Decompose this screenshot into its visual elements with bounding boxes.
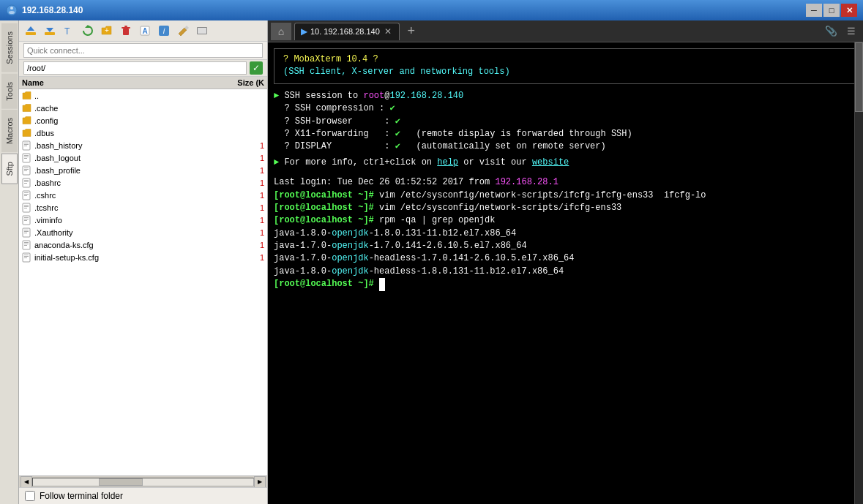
help-link[interactable]: help (437, 157, 458, 168)
svg-rect-26 (24, 158, 27, 159)
list-item[interactable]: .cshrc 1 (19, 189, 267, 201)
scrollbar-thumb[interactable] (99, 478, 143, 486)
info-box: ? MobaXterm 10.4 ? (SSH client, X-server… (274, 48, 857, 84)
scroll-right-arrow[interactable]: ▶ (254, 476, 266, 488)
terminal-tab-active[interactable]: ▶ 10. 192.168.28.140 ✕ (294, 23, 400, 40)
list-item[interactable]: .bashrc 1 (19, 176, 267, 189)
terminal-output: Last login: Tue Dec 26 01:52:52 2017 fro… (274, 176, 857, 291)
svg-rect-12 (124, 26, 127, 27)
toolbar-btn-delete[interactable] (117, 23, 135, 39)
list-item[interactable]: .viminfo 1 (19, 214, 267, 226)
toolbar-btn-refresh[interactable] (79, 23, 97, 39)
terminal-tabbar: ⌂ ▶ 10. 192.168.28.140 ✕ + 📎 ☰ (268, 20, 863, 42)
file-size: 1 (228, 191, 264, 200)
svg-rect-18 (198, 28, 206, 34)
file-type-icon (22, 140, 32, 151)
file-name: initial-setup-ks.cfg (34, 253, 228, 262)
main-container: Sessions Tools Macros Sftp T + (0, 20, 863, 504)
file-type-icon (22, 190, 32, 200)
toolbar-btn-download[interactable] (41, 23, 59, 39)
svg-marker-4 (27, 26, 34, 31)
terminal-scroll-thumb[interactable] (855, 42, 863, 112)
sidebar-tab-tools[interactable]: Tools (1, 74, 18, 109)
list-item[interactable]: .. (19, 89, 267, 102)
toolbar-btn-text[interactable]: A (136, 23, 154, 39)
svg-rect-57 (24, 256, 29, 257)
list-item[interactable]: .cache (19, 102, 267, 114)
toolbar-btn-info[interactable]: i (155, 23, 173, 39)
scroll-left-arrow[interactable]: ◀ (20, 476, 32, 488)
file-name: .cache (34, 104, 228, 113)
sidebar-tab-sessions[interactable]: Sessions (1, 23, 18, 72)
svg-rect-11 (122, 27, 130, 29)
file-type-icon (22, 103, 32, 113)
maximize-button[interactable]: □ (823, 4, 840, 17)
tab-close-button[interactable]: ✕ (383, 26, 393, 37)
session-line1: ► SSH session to root@192.168.28.140 (274, 90, 857, 102)
file-name: .bash_logout (34, 154, 228, 162)
file-list-header: Name Size (K (19, 77, 267, 89)
quick-connect-input[interactable] (23, 43, 263, 58)
tab-terminal-icon: ▶ (301, 26, 307, 37)
list-item[interactable]: .tcshrc 1 (19, 201, 267, 214)
svg-text:T: T (64, 26, 70, 37)
attach-icon-button[interactable]: 📎 (822, 23, 840, 40)
toolbar-btn-upload[interactable] (22, 23, 40, 39)
svg-rect-42 (24, 208, 27, 208)
file-name: anaconda-ks.cfg (34, 241, 228, 249)
toolbar-btn-edit[interactable] (174, 23, 192, 39)
list-item[interactable]: anaconda-ks.cfg 1 (19, 238, 267, 251)
list-item[interactable]: .bash_history 1 (19, 139, 267, 151)
list-item[interactable]: .dbus (19, 127, 267, 139)
info-line2: (SSH client, X-server and networking too… (283, 66, 848, 78)
toolbar-btn-view[interactable] (193, 23, 211, 39)
file-type-icon (22, 178, 32, 188)
file-size: 1 (228, 203, 264, 212)
sidebar-tab-sftp[interactable]: Sftp (1, 154, 18, 184)
svg-rect-41 (24, 206, 29, 207)
new-tab-button[interactable]: + (403, 23, 420, 40)
quick-connect-bar (19, 42, 267, 60)
list-item[interactable]: .config (19, 114, 267, 127)
path-input[interactable] (23, 61, 247, 75)
file-type-icon (22, 252, 32, 263)
list-item[interactable]: initial-setup-ks.cfg 1 (19, 251, 267, 263)
svg-rect-34 (24, 183, 27, 184)
toolbar-btn-newfolder[interactable]: + (98, 23, 116, 39)
path-bar: ✓ (19, 60, 267, 77)
svg-rect-25 (24, 157, 29, 157)
file-name: .bash_profile (34, 166, 228, 175)
svg-text:+: + (105, 26, 109, 34)
horizontal-scrollbar[interactable]: ◀ ▶ (19, 475, 267, 487)
file-size: 1 (228, 141, 264, 150)
file-size: 1 (228, 253, 264, 262)
file-type-icon (22, 227, 32, 238)
close-button[interactable]: ✕ (841, 4, 857, 17)
svg-rect-33 (24, 181, 29, 182)
scrollbar-track[interactable] (32, 478, 254, 486)
svg-rect-54 (24, 245, 27, 246)
follow-terminal-checkbox[interactable] (25, 491, 35, 501)
svg-rect-20 (24, 143, 29, 143)
toolbar-btn-rename[interactable]: T (60, 23, 78, 39)
svg-rect-37 (24, 194, 29, 195)
svg-rect-36 (24, 192, 29, 193)
terminal-scrollbar[interactable] (854, 42, 863, 504)
file-toolbar: T + A i (19, 20, 267, 42)
list-item[interactable]: .Xauthority 1 (19, 226, 267, 238)
list-item[interactable]: .bash_profile 1 (19, 164, 267, 176)
sidebar-tab-macros[interactable]: Macros (1, 110, 18, 152)
website-link[interactable]: website (532, 157, 569, 168)
svg-marker-6 (46, 28, 53, 32)
footer-bar: Follow terminal folder (19, 487, 267, 504)
file-name: .. (34, 91, 228, 100)
minimize-button[interactable]: ─ (806, 4, 822, 17)
svg-point-1 (10, 7, 13, 10)
terminal-line-java3: java-1.7.0-openjdk-headless-1.7.0.141-2.… (274, 252, 857, 265)
file-type-icon (22, 215, 32, 225)
menu-icon-button[interactable]: ☰ (843, 23, 860, 40)
home-button[interactable]: ⌂ (271, 23, 291, 40)
file-name: .viminfo (34, 216, 228, 225)
path-confirm-button[interactable]: ✓ (250, 61, 263, 75)
list-item[interactable]: .bash_logout 1 (19, 151, 267, 164)
